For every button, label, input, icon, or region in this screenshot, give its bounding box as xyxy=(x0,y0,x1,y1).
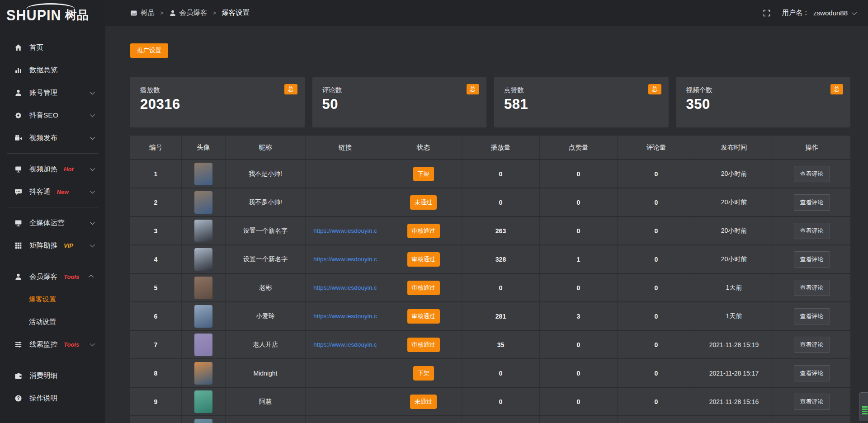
video-table: 编号头像昵称链接状态播放量点赞量评论量发布时间操作 1我不是小帅!下架00020… xyxy=(130,136,850,423)
sidebar-item-15[interactable]: 消费明细 xyxy=(0,364,105,387)
question-icon: ? xyxy=(14,394,23,402)
avatar xyxy=(194,305,212,328)
sidebar-item-0[interactable]: 首页 xyxy=(0,36,105,59)
stat-card-label: 播放数 xyxy=(140,86,295,94)
avatar-cell xyxy=(182,160,226,188)
avatar xyxy=(194,362,212,385)
sidebar-item-2[interactable]: 账号管理 xyxy=(0,81,105,104)
sidebar-item-3[interactable]: 抖音SEO xyxy=(0,104,105,127)
table-header-row: 编号头像昵称链接状态播放量点赞量评论量发布时间操作 xyxy=(130,136,850,159)
action-cell: 查看评论 xyxy=(773,274,850,301)
avatar-cell xyxy=(182,245,226,273)
action-cell: 查看评论 xyxy=(773,302,850,330)
sidebar-item-1[interactable]: 数据总览 xyxy=(0,59,105,81)
table-header-cell: 评论量 xyxy=(618,136,695,159)
nickname-cell: 老人开店 xyxy=(226,331,306,358)
fullscreen-icon[interactable] xyxy=(763,9,770,17)
view-comments-button[interactable]: 查看评论 xyxy=(794,194,830,211)
sidebar-subitem-0[interactable]: 爆客设置 xyxy=(0,288,105,310)
row-number-cell: 6 xyxy=(130,302,182,330)
status-cell: 下架 xyxy=(385,160,462,188)
avatar-cell xyxy=(182,388,226,415)
sidebar-item-13[interactable]: 线索监控Tools xyxy=(0,333,105,356)
breadcrumb-item-1[interactable]: 会员爆客 xyxy=(169,8,208,18)
link-cell xyxy=(306,388,385,415)
sidebar-item-tag: VIP xyxy=(64,242,73,249)
sidebar-item-10[interactable]: 矩阵助推VIP xyxy=(0,234,105,257)
avatar-cell xyxy=(182,188,226,216)
breadcrumb-separator: > xyxy=(160,9,164,16)
view-comments-button[interactable]: 查看评论 xyxy=(794,365,830,381)
promo-settings-button[interactable]: 推广设置 xyxy=(130,43,168,58)
sidebar-item-7[interactable]: 抖客通New xyxy=(0,180,105,203)
status-badge: 下架 xyxy=(413,167,434,181)
video-link[interactable]: https://www.iesdouyin.c xyxy=(311,284,379,291)
view-comments-button[interactable]: 查看评论 xyxy=(794,251,830,268)
publish-time-cell: 2021-11-28 15:16 xyxy=(695,388,773,415)
sidebar-subitem-1[interactable]: 活动设置 xyxy=(0,310,105,333)
sidebar-divider xyxy=(7,360,98,360)
status-badge: 审核通过 xyxy=(407,309,440,324)
table-row: 9阿慧未通过0002021-11-28 15:16查看评论 xyxy=(130,388,850,415)
stat-card-value: 350 xyxy=(686,96,841,113)
topbar: 树品>会员爆客>爆客设置 用户名：zswodun88 xyxy=(105,0,868,26)
username-label: 用户名： xyxy=(782,9,809,17)
comments-cell: 0 xyxy=(618,331,695,358)
chevron-up-icon xyxy=(89,275,94,280)
view-comments-button[interactable]: 查看评论 xyxy=(794,337,830,353)
sidebar-item-6[interactable]: 视频加热Hot xyxy=(0,158,105,180)
logo-text-en: SHUPIN xyxy=(6,7,61,24)
sidebar-item-9[interactable]: 全媒体运营 xyxy=(0,212,105,234)
chevron-down-icon xyxy=(90,341,95,346)
link-cell: https://www.iesdouyin.c xyxy=(306,217,385,244)
sidebar: SHUPIN 树品 首页数据总览账号管理抖音SEO视频发布视频加热Hot抖客通N… xyxy=(0,0,105,423)
status-cell: 审核通过 xyxy=(385,245,462,273)
status-cell: 未通过 xyxy=(385,388,462,415)
link-cell: https://www.iesdouyin.c xyxy=(306,331,385,358)
sidebar-item-12[interactable]: 会员爆客Tools xyxy=(0,265,105,288)
table-header-cell: 头像 xyxy=(182,136,226,159)
stat-cards: 播放数20316总评论数50总点赞数581总视频个数350总 xyxy=(130,77,850,127)
svg-text:?: ? xyxy=(17,395,19,400)
view-comments-button[interactable]: 查看评论 xyxy=(794,280,830,296)
plays-cell: 0 xyxy=(462,388,540,415)
sidebar-item-16[interactable]: ?操作说明 xyxy=(0,387,105,409)
sidebar-item-4[interactable]: 视频发布 xyxy=(0,127,105,149)
chevron-down-icon xyxy=(90,135,95,140)
likes-cell: 3 xyxy=(540,302,618,330)
avatar xyxy=(194,390,212,413)
plays-cell xyxy=(462,416,540,423)
row-number-cell: 1 xyxy=(130,160,182,188)
link-cell xyxy=(306,188,385,216)
sidebar-item-tag: Hot xyxy=(64,166,74,173)
comments-cell: 0 xyxy=(618,388,695,415)
table-header-cell: 播放量 xyxy=(462,136,540,159)
status-badge: 审核通过 xyxy=(407,281,440,295)
user-menu[interactable]: 用户名：zswodun88 xyxy=(782,9,855,17)
total-badge: 总 xyxy=(648,84,661,94)
view-comments-button[interactable]: 查看评论 xyxy=(794,308,830,324)
link-cell: https://www.iesdouyin.c xyxy=(306,274,385,301)
action-cell: 查看评论 xyxy=(773,160,850,188)
link-cell: https://www.iesdouyin.c xyxy=(306,245,385,273)
likes-cell: 0 xyxy=(540,274,618,301)
floating-widget[interactable] xyxy=(859,392,868,421)
breadcrumb-item-0[interactable]: 树品 xyxy=(130,8,155,18)
chart-icon xyxy=(14,66,23,74)
view-comments-button[interactable]: 查看评论 xyxy=(794,223,830,239)
likes-cell: 0 xyxy=(540,388,618,415)
video-link[interactable]: https://www.iesdouyin.c xyxy=(311,313,379,320)
table-body: 1我不是小帅!下架00020小时前查看评论2我不是小帅!未通过00020小时前查… xyxy=(130,160,850,423)
comments-cell: 0 xyxy=(618,217,695,244)
chevron-down-icon xyxy=(90,89,95,94)
view-comments-button[interactable]: 查看评论 xyxy=(794,166,830,182)
view-comments-button[interactable]: 查看评论 xyxy=(794,394,830,410)
video-link[interactable]: https://www.iesdouyin.c xyxy=(311,341,379,348)
likes-cell xyxy=(540,416,618,423)
publish-time-cell: 2021-11-28 15:17 xyxy=(695,359,773,387)
chevron-down-icon xyxy=(90,220,95,225)
comments-cell: 0 xyxy=(618,188,695,216)
video-link[interactable]: https://www.iesdouyin.c xyxy=(311,227,379,234)
video-link[interactable]: https://www.iesdouyin.c xyxy=(311,256,379,263)
status-cell: 审核通过 xyxy=(385,274,462,301)
